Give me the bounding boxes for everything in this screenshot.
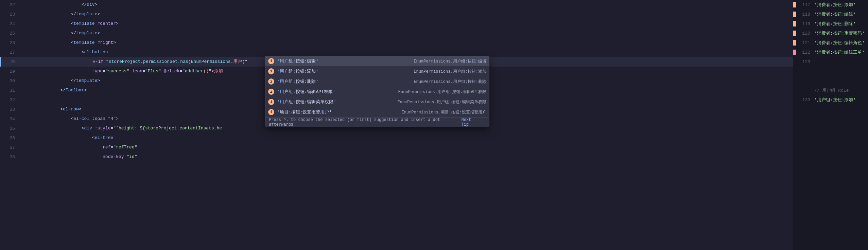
line-number: 32 xyxy=(0,97,20,103)
line-number: 38 xyxy=(0,155,20,160)
ac-icon-1: i xyxy=(268,58,274,64)
ac-label-4: '用户组:按钮:编辑API权限' xyxy=(277,89,396,95)
minimap-row: 121 '消费者:按钮:编辑角色' xyxy=(793,38,868,48)
line-number: 33 xyxy=(0,107,20,112)
line-number: 34 xyxy=(0,117,20,122)
ac-label-3: '用户组:按钮:删除' xyxy=(277,78,411,85)
minimap-bar xyxy=(793,59,796,65)
right-line-number: 117 xyxy=(797,2,814,7)
right-line-content: '消费者:按钮:删除' xyxy=(814,21,868,27)
editor-container: 22 </div> 23 </template> 24 <template xyxy=(0,0,868,250)
ac-detail-1: EnumPermissions.用户组:按钮:编辑 xyxy=(414,58,486,64)
tooltip-bar: Press ^. to choose the selected (or firs… xyxy=(265,117,489,127)
right-line-content: '用户组:按钮:添加' xyxy=(814,97,868,103)
minimap-row xyxy=(793,76,868,86)
right-line-number: 118 xyxy=(797,12,814,17)
line-content: node-key="id" xyxy=(20,143,793,171)
minimap-bar xyxy=(793,78,796,84)
minimap-row xyxy=(793,67,868,76)
ac-detail-5: EnumPermissions.用户组:按钮:编辑菜单权限 xyxy=(397,99,486,105)
minimap-row: 133 '用户组:按钮:添加' xyxy=(793,95,868,105)
right-line-content: '消费者:按钮:添加' xyxy=(814,2,868,8)
ac-icon-5: i xyxy=(268,99,274,105)
minimap-bar xyxy=(793,50,796,55)
autocomplete-item-5[interactable]: i '用户组:按钮:编辑菜单权限' EnumPermissions.用户组:按钮… xyxy=(265,97,489,107)
line-number: 22 xyxy=(0,2,20,7)
minimap-bar xyxy=(793,69,796,74)
line-number: 23 xyxy=(0,12,20,17)
line-number: 30 xyxy=(0,78,20,84)
minimap-bar xyxy=(793,31,796,36)
next-tip-button[interactable]: Next Tip xyxy=(461,118,480,127)
right-panel: 117 '消费者:按钮:添加' 118 '消费者:按钮:编辑' 119 '消费者… xyxy=(793,0,868,250)
ac-label-1: '用户组:按钮:编辑' xyxy=(277,58,411,64)
autocomplete-item-4[interactable]: i '用户组:按钮:编辑API权限' EnumPermissions.用户组:按… xyxy=(265,87,489,97)
minimap-row: 122 '消费者:按钮:编辑工单' xyxy=(793,48,868,57)
line-number: 24 xyxy=(0,21,20,26)
code-panel: 22 </div> 23 </template> 24 <template xyxy=(0,0,793,250)
minimap-row: 118 '消费者:按钮:编辑' xyxy=(793,10,868,19)
line-number: 37 xyxy=(0,145,20,150)
right-line-number: 133 xyxy=(797,97,814,103)
right-line-number: 121 xyxy=(797,40,814,46)
tooltip-text: Press ^. to choose the selected (or firs… xyxy=(269,118,460,127)
minimap-row: // 用户组 Role xyxy=(793,86,868,95)
right-line-number: 119 xyxy=(797,21,814,26)
minimap-row: 117 '消费者:按钮:添加' xyxy=(793,0,868,10)
ac-icon-3: i xyxy=(268,78,274,85)
right-line-content: // 用户组 Role xyxy=(814,87,868,93)
right-line-number: 123 xyxy=(797,59,814,65)
ac-detail-6: EnumPermissions.项目:按钮:设置报警用户 xyxy=(401,109,486,115)
right-line-number: 122 xyxy=(797,50,814,55)
minimap-bar xyxy=(793,21,796,26)
ac-icon-6: i xyxy=(268,109,274,115)
ac-icon-4: i xyxy=(268,89,274,95)
line-number: 36 xyxy=(0,136,20,141)
ac-label-5: '用户组:按钮:编辑菜单权限' xyxy=(277,99,395,105)
right-line-content: '消费者:按钮:编辑工单' xyxy=(814,49,868,55)
right-line-content: '消费者:按钮:编辑' xyxy=(814,11,868,17)
right-line-number: 120 xyxy=(797,31,814,36)
minimap-row: 120 '消费者:按钮:重置密码' xyxy=(793,29,868,38)
line-number: 25 xyxy=(0,31,20,36)
ac-detail-3: EnumPermissions.用户组:按钮:删除 xyxy=(414,79,486,85)
ac-detail-2: EnumPermissions.用户组:按钮:添加 xyxy=(414,69,486,74)
autocomplete-item-3[interactable]: i '用户组:按钮:删除' EnumPermissions.用户组:按钮:删除 xyxy=(265,76,489,87)
minimap-bar xyxy=(793,88,796,93)
minimap-bar xyxy=(793,40,796,46)
autocomplete-item-6[interactable]: i '项目:按钮:设置报警用户' EnumPermissions.项目:按钮:设… xyxy=(265,107,489,117)
line-number: 35 xyxy=(0,126,20,131)
ac-label-2: '用户组:按钮:添加' xyxy=(277,68,411,74)
minimap-bar xyxy=(793,97,796,103)
autocomplete-item-1[interactable]: i '用户组:按钮:编辑' EnumPermissions.用户组:按钮:编辑 xyxy=(265,56,489,66)
ac-detail-4: EnumPermissions.用户组:按钮:编辑API权限 xyxy=(398,89,486,95)
line-number: 31 xyxy=(0,88,20,93)
minimap-row: 119 '消费者:按钮:删除' xyxy=(793,19,868,29)
autocomplete-dropdown: i '用户组:按钮:编辑' EnumPermissions.用户组:按钮:编辑 … xyxy=(265,56,489,127)
minimap-row: 123 xyxy=(793,57,868,67)
code-line: 38 node-key="id" xyxy=(0,152,793,162)
minimap-bar xyxy=(793,12,796,17)
right-line-content: '消费者:按钮:编辑角色' xyxy=(814,40,868,46)
autocomplete-item-2[interactable]: i '用户组:按钮:添加' EnumPermissions.用户组:按钮:添加 xyxy=(265,66,489,76)
line-number: 29 xyxy=(0,69,20,74)
minimap-lines: 117 '消费者:按钮:添加' 118 '消费者:按钮:编辑' 119 '消费者… xyxy=(793,0,868,105)
ac-label-6: '项目:按钮:设置报警用户' xyxy=(277,109,399,115)
line-number: 28 xyxy=(1,59,21,65)
line-number: 27 xyxy=(0,50,20,55)
minimap-bar xyxy=(793,2,796,7)
line-number: 26 xyxy=(0,40,20,46)
right-line-content: '消费者:按钮:重置密码' xyxy=(814,30,868,36)
ac-icon-2: i xyxy=(268,68,274,74)
more-options-icon[interactable]: ⋮ xyxy=(480,119,486,126)
